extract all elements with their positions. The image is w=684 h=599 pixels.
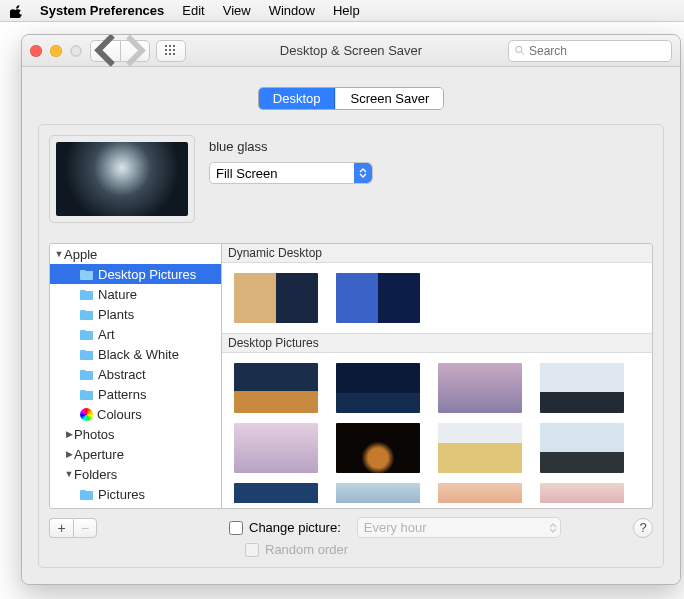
folder-icon [80,388,94,400]
sidebar-item-photos[interactable]: ▶Photos [50,424,221,444]
svg-rect-6 [165,53,167,55]
wallpaper-thumb[interactable] [438,483,522,503]
source-sidebar[interactable]: ▼Apple Desktop Pictures Nature Plants Ar… [50,244,222,508]
wallpaper-thumb[interactable] [234,363,318,413]
menubar-app-name[interactable]: System Preferences [40,3,164,18]
folder-icon [80,368,94,380]
folder-icon [80,268,94,280]
wallpaper-thumb[interactable] [336,483,420,503]
wallpaper-thumb[interactable] [234,273,318,323]
change-interval-dropdown: Every hour [357,517,561,538]
sidebar-item-abstract[interactable]: Abstract [50,364,221,384]
wallpaper-thumb[interactable] [540,423,624,473]
menu-window[interactable]: Window [269,3,315,18]
sidebar-item-desktop-pictures[interactable]: Desktop Pictures [50,264,221,284]
sidebar-item-folders[interactable]: ▼Folders [50,464,221,484]
svg-rect-8 [173,53,175,55]
wallpaper-thumb[interactable] [234,423,318,473]
svg-line-10 [521,52,524,55]
remove-folder-button: − [73,518,97,538]
wallpaper-preview-image [56,142,188,216]
svg-rect-4 [169,49,171,51]
window-titlebar: Desktop & Screen Saver [22,35,680,67]
tab-bar: Desktop Screen Saver [258,87,444,110]
random-order-checkbox: Random order [245,542,653,557]
wallpaper-thumb[interactable] [438,423,522,473]
section-desktop-pictures: Desktop Pictures [222,333,652,353]
wallpaper-thumb[interactable] [336,363,420,413]
fit-mode-dropdown[interactable]: Fill Screen [209,162,373,184]
sidebar-item-plants[interactable]: Plants [50,304,221,324]
minimize-icon[interactable] [50,45,62,57]
sidebar-item-nature[interactable]: Nature [50,284,221,304]
search-icon [515,45,525,56]
menu-edit[interactable]: Edit [182,3,204,18]
sidebar-item-pictures-folder[interactable]: Pictures [50,484,221,504]
sidebar-item-aperture[interactable]: ▶Aperture [50,444,221,464]
svg-rect-7 [169,53,171,55]
folder-icon [80,288,94,300]
apple-menu-icon[interactable] [10,4,24,18]
tab-desktop[interactable]: Desktop [259,88,336,109]
menu-help[interactable]: Help [333,3,360,18]
wallpaper-thumb[interactable] [540,483,624,503]
change-picture-checkbox[interactable]: Change picture: [229,520,341,535]
dropdown-arrows-icon [549,523,557,533]
add-folder-button[interactable]: + [49,518,73,538]
wallpaper-thumb[interactable] [540,363,624,413]
sidebar-item-colours[interactable]: Colours [50,404,221,424]
wallpaper-gallery[interactable]: Dynamic Desktop Desktop Pictures [222,244,652,508]
show-all-button[interactable] [156,40,186,62]
search-field[interactable] [508,40,672,62]
zoom-icon[interactable] [70,45,82,57]
search-input[interactable] [529,44,665,58]
back-button[interactable] [90,40,120,62]
color-wheel-icon [80,408,93,421]
sidebar-item-apple[interactable]: ▼Apple [50,244,221,264]
svg-rect-5 [173,49,175,51]
wallpaper-thumb[interactable] [336,273,420,323]
folder-icon [80,348,94,360]
help-button[interactable]: ? [633,518,653,538]
folder-icon [80,488,94,500]
folder-icon [80,308,94,320]
sidebar-item-art[interactable]: Art [50,324,221,344]
system-menubar: System Preferences Edit View Window Help [0,0,684,22]
wallpaper-thumb[interactable] [234,483,318,503]
menu-view[interactable]: View [223,3,251,18]
sidebar-item-bw[interactable]: Black & White [50,344,221,364]
tab-screen-saver[interactable]: Screen Saver [335,88,443,109]
dropdown-arrows-icon [354,163,372,183]
svg-rect-2 [173,45,175,47]
svg-rect-0 [165,45,167,47]
close-icon[interactable] [30,45,42,57]
wallpaper-thumb[interactable] [336,423,420,473]
wallpaper-preview [49,135,195,223]
sidebar-item-patterns[interactable]: Patterns [50,384,221,404]
svg-rect-1 [169,45,171,47]
fit-mode-value: Fill Screen [216,166,277,181]
forward-button[interactable] [120,40,150,62]
wallpaper-name-label: blue glass [209,139,373,154]
section-dynamic-desktop: Dynamic Desktop [222,244,652,263]
svg-point-9 [516,46,522,52]
preferences-window: Desktop & Screen Saver Desktop Screen Sa… [21,34,681,585]
wallpaper-thumb[interactable] [438,363,522,413]
svg-rect-3 [165,49,167,51]
folder-icon [80,328,94,340]
